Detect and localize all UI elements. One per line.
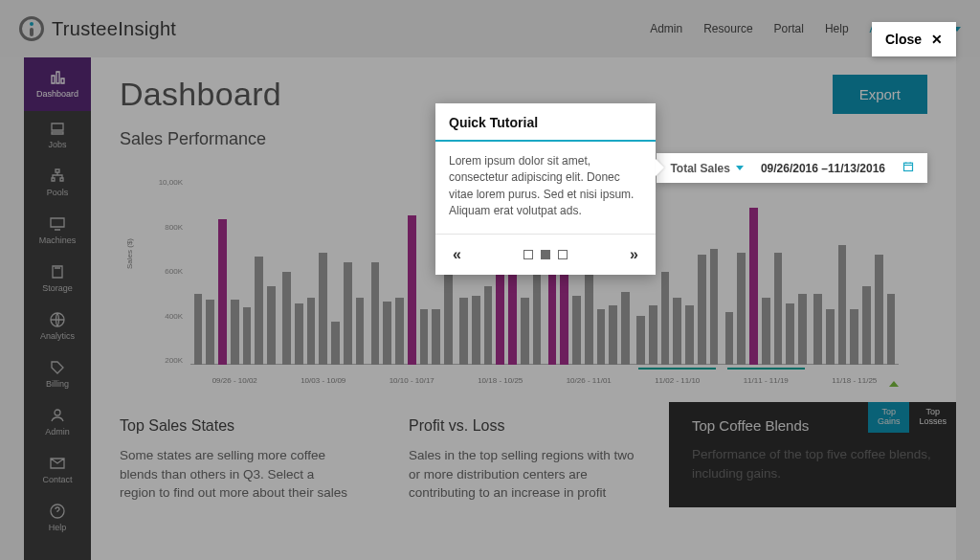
widget-profit-loss: Profit vs. Loss Sales in the top selling… (380, 402, 669, 507)
blends-tabs: Top Gains Top Losses (868, 402, 956, 433)
chart-bar[interactable] (295, 303, 303, 365)
chart-bar[interactable] (206, 300, 214, 365)
chart-bar[interactable] (420, 309, 429, 366)
sidebar-item-machines[interactable]: Machines (24, 207, 91, 255)
chart-bar[interactable] (356, 298, 365, 365)
chart-bar[interactable] (194, 294, 203, 365)
tutorial-step-dot[interactable] (523, 250, 533, 259)
chart-bar[interactable] (698, 255, 706, 365)
chart-bar[interactable] (231, 300, 239, 365)
sidebar-item-label: Storage (42, 283, 73, 293)
topnav-portal[interactable]: Portal (774, 22, 804, 35)
chart-bar[interactable] (725, 312, 734, 365)
chart-bar[interactable] (395, 298, 404, 365)
chart-bar[interactable] (774, 253, 783, 365)
tutorial-step-dot[interactable] (558, 250, 568, 259)
chart-bar[interactable] (609, 305, 617, 365)
chart-bar[interactable] (673, 298, 681, 365)
chart-bar[interactable] (319, 253, 327, 365)
chart-bar[interactable] (218, 219, 227, 365)
chart-bar[interactable] (597, 309, 606, 366)
sidebar-item-contact[interactable]: Contact (24, 446, 91, 494)
chart-week: 10/03 - 10/09 (279, 178, 368, 398)
logo-icon (19, 16, 44, 41)
chart-bar[interactable] (838, 245, 847, 365)
chart-bar[interactable] (307, 298, 316, 365)
chart-bar[interactable] (521, 298, 529, 365)
top-header: TrusteeInsight Admin Resource Portal Hel… (0, 0, 980, 57)
y-axis-label: Sales ($) (125, 238, 134, 269)
topnav-resource[interactable]: Resource (703, 22, 752, 35)
tutorial-next-button[interactable]: » (624, 244, 644, 265)
chart-bar[interactable] (887, 294, 896, 365)
sidebar-item-dashboard[interactable]: Dashboard (24, 57, 91, 111)
close-icon: ✕ (931, 32, 943, 47)
chart-bar[interactable] (875, 255, 883, 365)
chart-bar[interactable] (472, 296, 480, 365)
tutorial-prev-button[interactable]: « (447, 244, 467, 265)
chart-bar[interactable] (383, 302, 391, 365)
chart-bar[interactable] (267, 286, 276, 365)
chart-bar[interactable] (331, 322, 340, 365)
chart-bar[interactable] (484, 286, 493, 365)
close-button[interactable]: Close ✕ (872, 22, 956, 56)
widget-coffee-blends: Top Gains Top Losses Top Coffee Blends P… (669, 402, 956, 507)
filter-date-range[interactable]: 09/26/2016 –11/13/2016 (761, 162, 885, 175)
sidebar: DashboardJobsPoolsMachinesStorageAnalyti… (24, 57, 91, 560)
chart-bar[interactable] (710, 249, 719, 365)
chart-bar[interactable] (786, 303, 794, 365)
popover-caret-icon (656, 159, 664, 176)
chart-bar[interactable] (408, 215, 416, 365)
sidebar-item-pools[interactable]: Pools (24, 159, 91, 207)
svg-rect-0 (904, 163, 913, 170)
sidebar-item-label: Billing (46, 379, 69, 389)
chart-bar[interactable] (737, 253, 746, 365)
sidebar-item-billing[interactable]: Billing (24, 350, 91, 398)
chart-bar[interactable] (685, 305, 694, 365)
chart-bar[interactable] (621, 292, 630, 365)
sidebar-item-jobs[interactable]: Jobs (24, 111, 91, 159)
chart-bar[interactable] (649, 305, 657, 365)
quick-tutorial-popover: Quick Tutorial Lorem ipsum dolor sit ame… (435, 103, 656, 275)
chart-bar[interactable] (432, 309, 440, 366)
widget-top-states-body: Some states are selling more coffee blen… (120, 446, 351, 503)
chart-bar[interactable] (850, 309, 858, 366)
topnav-admin[interactable]: Admin (650, 22, 682, 35)
tab-top-losses[interactable]: Top Losses (909, 402, 956, 433)
chart-bar[interactable] (243, 307, 252, 365)
chart-bar[interactable] (813, 294, 822, 365)
topnav-help[interactable]: Help (825, 22, 849, 35)
brand-logo: TrusteeInsight (19, 16, 176, 41)
tutorial-body: Lorem ipsum dolor sit amet, consectetur … (435, 142, 656, 234)
caret-up-icon (889, 381, 899, 387)
tutorial-title: Quick Tutorial (435, 103, 656, 140)
chart-bar[interactable] (255, 257, 263, 365)
chart-bar[interactable] (636, 316, 645, 365)
export-button[interactable]: Export (833, 75, 927, 114)
filter-metric-select[interactable]: Total Sales (670, 162, 743, 175)
chart-bar[interactable] (459, 298, 468, 365)
sidebar-item-admin[interactable]: Admin (24, 398, 91, 446)
help-icon (49, 504, 66, 519)
chart-bar[interactable] (749, 208, 758, 365)
chart-bar[interactable] (371, 262, 380, 365)
chart-bar[interactable] (826, 309, 835, 366)
chart-bar[interactable] (344, 262, 352, 365)
sidebar-item-analytics[interactable]: Analytics (24, 302, 91, 350)
chart-bar[interactable] (862, 286, 871, 365)
chart-bar[interactable] (798, 294, 807, 365)
page-title: Dashboard (120, 76, 281, 113)
chart-bar[interactable] (762, 298, 770, 365)
chart-bar[interactable] (661, 272, 670, 366)
tab-top-gains[interactable]: Top Gains (868, 402, 910, 433)
sidebar-item-help[interactable]: Help (24, 494, 91, 542)
sidebar-item-label: Dashboard (36, 89, 78, 99)
widget-top-states-title: Top Sales States (120, 417, 351, 435)
tutorial-step-dot[interactable] (541, 250, 550, 259)
chart-week: 11/11 - 11/19 (722, 178, 811, 398)
chart-bar[interactable] (572, 296, 581, 365)
sidebar-item-storage[interactable]: Storage (24, 255, 91, 302)
chart-bar[interactable] (282, 272, 291, 366)
chart-icon (49, 70, 66, 85)
calendar-icon[interactable] (902, 161, 914, 175)
